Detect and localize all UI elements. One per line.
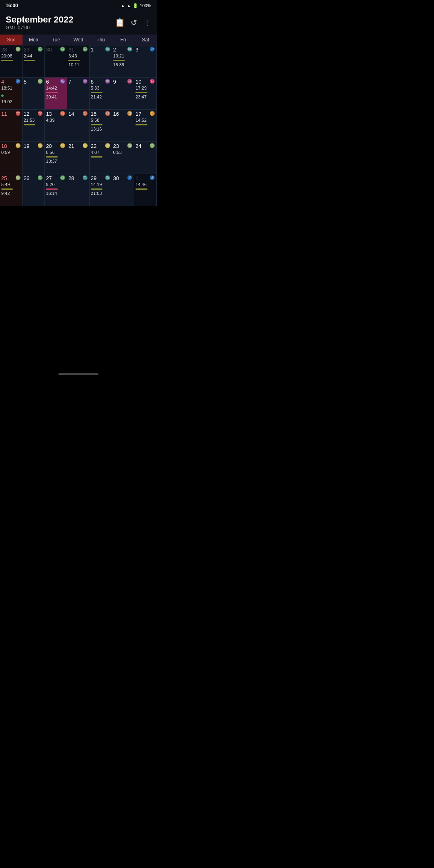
cell-12-sep[interactable]: 12♈ 21:53 xyxy=(23,110,45,142)
bar xyxy=(91,188,102,190)
app-header: September 2022 GMT-07:00 📋 ↺ ⋮ xyxy=(0,11,157,35)
cell-16-sep[interactable]: 16♊ xyxy=(112,110,135,142)
header-actions: 📋 ↺ ⋮ xyxy=(115,18,151,27)
day-header-fri: Fri xyxy=(112,35,135,45)
cell-3-sep[interactable]: 3♐ xyxy=(134,45,157,78)
empty-space xyxy=(0,206,157,367)
status-bar: 16:00 ▲ ▲ 🔋 100% xyxy=(0,0,157,11)
cell-14-sep[interactable]: 14♉ xyxy=(67,110,90,142)
bar xyxy=(91,92,102,93)
day-header-sat: Sat xyxy=(134,35,157,45)
cell-19-sep[interactable]: 19♋ xyxy=(23,142,45,174)
refresh-button[interactable]: ↺ xyxy=(131,18,137,27)
month-year-title: September 2022 xyxy=(6,14,74,25)
bar xyxy=(1,188,13,190)
signal-icon: ▲ xyxy=(127,3,131,8)
cell-11-sep[interactable]: 11♈ xyxy=(0,110,23,142)
week-row-2: 4♐ 18:51 19:02 5♍ 6♑ 14:42 20:41 7♒ 8♒ 5… xyxy=(0,78,157,110)
cell-6-sep[interactable]: 6♑ 14:42 20:41 xyxy=(45,78,67,110)
status-time: 16:00 xyxy=(6,3,18,8)
bar xyxy=(46,156,57,158)
bar xyxy=(68,60,80,61)
battery-icon: 🔋 xyxy=(133,3,138,8)
cell-31-aug[interactable]: 31♎ 3:43 10:11 xyxy=(67,45,90,78)
bottom-nav xyxy=(0,367,157,377)
cell-20-sep[interactable]: 20♋ 8:56 13:37 xyxy=(45,142,67,174)
bar xyxy=(135,188,147,190)
bar xyxy=(46,92,57,93)
cell-4-sep[interactable]: 4♐ 18:51 19:02 xyxy=(0,78,23,110)
cell-2-sep[interactable]: 2♏ 10:21 15:39 xyxy=(112,45,135,78)
cell-1-oct[interactable]: 1♐ 14:46 xyxy=(134,174,157,206)
week-row-3: 11♈ 12♈ 21:53 13♉ 4:39 14♉ 15♉ 5:58 13:1… xyxy=(0,110,157,142)
cell-29-aug[interactable]: 29♎ 2:44 xyxy=(23,45,45,78)
event-dot xyxy=(1,94,4,97)
week-row-5: 25♍ 5:49 9:42 26♎ 27♎ 9:20 16:14 28♏ 29♏… xyxy=(0,174,157,206)
week-row-1: 28♍ 20:08 29♎ 2:44 30♎ 31♎ 3:43 10:11 1♏… xyxy=(0,45,157,78)
home-indicator xyxy=(58,373,98,375)
more-options-button[interactable]: ⋮ xyxy=(143,18,151,27)
day-header-thu: Thu xyxy=(90,35,112,45)
cell-21-sep[interactable]: 21♌ xyxy=(67,142,90,174)
cell-7-sep[interactable]: 7♒ xyxy=(67,78,90,110)
header-title-area: September 2022 GMT-07:00 xyxy=(6,14,74,31)
timezone-label: GMT-07:00 xyxy=(6,25,74,31)
day-header-tue: Tue xyxy=(45,35,67,45)
bar xyxy=(24,124,35,125)
cell-13-sep[interactable]: 13♉ 4:39 xyxy=(45,110,67,142)
cell-8-sep[interactable]: 8♒ 5:33 21:42 xyxy=(90,78,112,110)
cell-18-sep[interactable]: 18♋ 0:59 xyxy=(0,142,23,174)
battery-percent: 100% xyxy=(140,3,151,8)
cell-10-sep[interactable]: 10♓ 17:29 23:47 xyxy=(134,78,157,110)
cell-27-sep[interactable]: 27♎ 9:20 16:14 xyxy=(45,174,67,206)
wifi-icon: ▲ xyxy=(121,3,125,8)
cell-28-sep[interactable]: 28♏ xyxy=(67,174,90,206)
cell-9-sep[interactable]: 9♓ xyxy=(112,78,135,110)
bar xyxy=(135,124,147,125)
calendar-container: Sun Mon Tue Wed Thu Fri Sat 28♍ 20:08 29… xyxy=(0,35,157,206)
cell-30-aug[interactable]: 30♎ xyxy=(45,45,67,78)
bar xyxy=(113,60,125,61)
bar xyxy=(91,124,102,125)
cell-22-sep[interactable]: 22♌ 4:07 xyxy=(90,142,112,174)
day-header-wed: Wed xyxy=(67,35,90,45)
cell-29-sep[interactable]: 29♏ 14:19 21:03 xyxy=(90,174,112,206)
bar xyxy=(1,60,13,61)
cell-24-sep[interactable]: 24♍ xyxy=(134,142,157,174)
bar xyxy=(91,156,102,158)
calendar-list-button[interactable]: 📋 xyxy=(115,18,125,27)
bar xyxy=(46,188,57,190)
cell-5-sep[interactable]: 5♍ xyxy=(23,78,45,110)
cell-28-aug[interactable]: 28♍ 20:08 xyxy=(0,45,23,78)
cell-30-sep[interactable]: 30♐ xyxy=(112,174,135,206)
day-header-sun: Sun xyxy=(0,35,23,45)
day-headers-row: Sun Mon Tue Wed Thu Fri Sat xyxy=(0,35,157,45)
week-row-4: 18♋ 0:59 19♋ 20♋ 8:56 13:37 21♌ 22♌ 4:07… xyxy=(0,142,157,174)
cell-25-sep[interactable]: 25♍ 5:49 9:42 xyxy=(0,174,23,206)
bar xyxy=(135,92,147,93)
cell-15-sep[interactable]: 15♉ 5:58 13:16 xyxy=(90,110,112,142)
cell-1-sep[interactable]: 1♏ xyxy=(90,45,112,78)
cell-26-sep[interactable]: 26♎ xyxy=(23,174,45,206)
cell-17-sep[interactable]: 17♊ 14:52 xyxy=(134,110,157,142)
status-icons: ▲ ▲ 🔋 100% xyxy=(121,3,151,8)
bar xyxy=(24,60,35,61)
day-header-mon: Mon xyxy=(23,35,45,45)
cell-23-sep[interactable]: 23♍ 0:53 xyxy=(112,142,135,174)
